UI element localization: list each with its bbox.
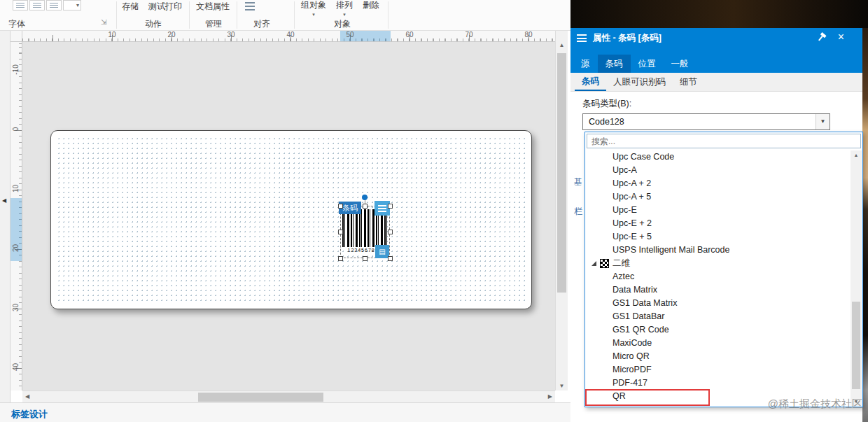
left-collapsed-panel[interactable]: ◀ bbox=[0, 31, 10, 402]
scroll-down-icon[interactable]: ▼ bbox=[556, 383, 568, 389]
toolbar-separator bbox=[116, 1, 117, 29]
scroll-up-icon[interactable]: ▲ bbox=[850, 153, 862, 157]
barcode-type-item[interactable]: PDF-417 bbox=[586, 377, 852, 390]
scrollbar-thumb[interactable] bbox=[557, 53, 566, 293]
object-data-button[interactable]: ▤ bbox=[375, 245, 389, 258]
selection-handle[interactable] bbox=[388, 204, 393, 209]
ribbon-button-排列[interactable]: 排列▾ bbox=[336, 1, 353, 19]
chevron-down-icon[interactable]: ▼ bbox=[816, 114, 830, 129]
ruler-number: 20 bbox=[167, 31, 175, 38]
grid-dots bbox=[57, 136, 526, 303]
collapse-arrow-icon[interactable]: ◀ bbox=[2, 197, 6, 204]
desktop-background-edge bbox=[862, 28, 868, 422]
ruler-number: 40 bbox=[286, 31, 294, 38]
scroll-left-icon[interactable]: ◀ bbox=[25, 393, 29, 400]
align-left-icon[interactable] bbox=[13, 0, 28, 10]
align-right-icon[interactable] bbox=[46, 0, 62, 10]
align-objects-icon[interactable] bbox=[245, 2, 255, 10]
barcode-type-item[interactable]: GS1 DataBar bbox=[586, 310, 852, 323]
panel-tab-一般[interactable]: 一般 bbox=[664, 55, 696, 73]
ruler-number: 20 bbox=[12, 242, 20, 255]
panel-header: 属性 - 条码 [条码] × bbox=[570, 28, 862, 48]
font-style-dropdown[interactable]: ▾ bbox=[63, 0, 81, 10]
scroll-right-icon[interactable]: ▶ bbox=[548, 393, 552, 400]
pin-icon[interactable] bbox=[814, 31, 828, 45]
panel-subtab-strip: 条码人眼可识别码细节 bbox=[570, 73, 862, 92]
ruler-number: 30 bbox=[227, 31, 234, 38]
selection-handle[interactable] bbox=[363, 204, 368, 209]
barcode-type-item[interactable]: MaxiCode bbox=[586, 337, 852, 350]
toolbar-separator bbox=[388, 1, 388, 29]
dialog-launcher-icon[interactable]: ⇲ bbox=[101, 18, 106, 26]
ruler-number: 80 bbox=[524, 31, 532, 38]
dropdown-scrollbar[interactable]: ▲ ▼ bbox=[850, 150, 862, 406]
barcode-type-combobox[interactable]: Code128 ▼ bbox=[582, 113, 830, 130]
ribbon-button-文档属性[interactable]: 文档属性 bbox=[196, 1, 230, 13]
ribbon-button-删除[interactable]: 删除 bbox=[363, 1, 379, 19]
barcode-type-item[interactable]: Aztec bbox=[586, 270, 852, 283]
barcode-type-group[interactable]: 二维 bbox=[586, 257, 852, 270]
barcode-type-item[interactable]: Data Matrix bbox=[586, 283, 852, 297]
panel-subtab-细节[interactable]: 细节 bbox=[673, 73, 704, 90]
rotation-handle[interactable] bbox=[362, 195, 368, 200]
ruler-number: 60 bbox=[405, 31, 413, 38]
tab-label-design[interactable]: 标签设计 bbox=[11, 408, 48, 422]
desktop-background-top bbox=[570, 0, 868, 28]
watermark: @稀土掘金技术社区 bbox=[768, 398, 862, 411]
selection-handle[interactable] bbox=[363, 256, 368, 261]
vertical-ruler: -10010203040 bbox=[10, 42, 22, 391]
barcode-type-item[interactable]: Upc-A bbox=[586, 164, 852, 177]
barcode-type-item[interactable]: GS1 Data Matrix bbox=[586, 297, 852, 310]
barcode-type-item[interactable]: GS1 QR Code bbox=[586, 323, 852, 337]
barcode-type-value: Code128 bbox=[589, 117, 624, 127]
scrollbar-thumb[interactable] bbox=[852, 302, 860, 389]
barcode-type-item[interactable]: Upc-E + 5 bbox=[586, 230, 852, 244]
close-icon[interactable]: × bbox=[838, 31, 844, 43]
barcode-type-item[interactable]: MicroPDF bbox=[586, 363, 852, 377]
canvas-horizontal-scrollbar[interactable]: ◀ ▶ bbox=[22, 391, 555, 402]
scroll-up-icon[interactable]: ▲ bbox=[556, 42, 568, 48]
qr-highlight-box bbox=[585, 389, 710, 406]
ruler-corner bbox=[10, 31, 22, 42]
ribbon-button-组对象[interactable]: 组对象▾ bbox=[301, 1, 326, 19]
panel-tab-源[interactable]: 源 bbox=[573, 55, 598, 73]
barcode-type-label: 条码类型(B): bbox=[582, 98, 631, 110]
canvas-vertical-scrollbar[interactable]: ▲ ▼ bbox=[555, 31, 568, 391]
barcode-type-item[interactable]: Upc-A + 5 bbox=[586, 190, 852, 204]
bars-icon bbox=[16, 3, 24, 8]
selection-handle[interactable] bbox=[338, 204, 343, 209]
barcode-type-item[interactable]: Micro QR bbox=[586, 350, 852, 363]
ruler-number: 70 bbox=[465, 31, 472, 38]
panel-menu-icon[interactable] bbox=[577, 34, 587, 42]
app-window: ▾ 字体 ⇲ 存储测试打印 动作 文档属性 管理 对齐 组对象▾排列▾删除 对象… bbox=[0, 0, 868, 422]
barcode-type-item[interactable]: Upc-E bbox=[586, 204, 852, 217]
search-input[interactable] bbox=[587, 134, 861, 148]
barcode-type-item[interactable]: Upc-E + 2 bbox=[586, 217, 852, 230]
label-sheet[interactable] bbox=[50, 130, 532, 309]
barcode-type-item[interactable]: Upc-A + 2 bbox=[586, 177, 852, 190]
scrollbar-thumb[interactable] bbox=[198, 393, 323, 402]
group-label: 二维 bbox=[612, 257, 630, 270]
chevron-down-icon: ▾ bbox=[312, 10, 315, 19]
ribbon-button-测试打印[interactable]: 测试打印 bbox=[148, 1, 182, 13]
align-center-icon[interactable] bbox=[29, 0, 45, 10]
design-canvas[interactable]: 1234567890 条码 ▤ bbox=[22, 42, 555, 391]
selection-handle[interactable] bbox=[388, 256, 393, 261]
ruler-number: -10 bbox=[12, 64, 20, 76]
barcode-type-list: Upc Case CodeUpc-AUpc-A + 2Upc-A + 5Upc-… bbox=[586, 150, 852, 403]
selection-handle[interactable] bbox=[338, 230, 343, 234]
panel-subtab-条码[interactable]: 条码 bbox=[575, 73, 606, 91]
panel-tab-条码[interactable]: 条码 bbox=[598, 55, 631, 73]
toolbar-separator bbox=[189, 1, 190, 29]
tree-expand-icon[interactable] bbox=[592, 261, 596, 266]
barcode-type-item[interactable]: USPS Intelligent Mail Barcode bbox=[586, 244, 852, 257]
qr-group-icon bbox=[600, 259, 609, 268]
barcode-type-item[interactable]: Upc Case Code bbox=[586, 150, 852, 164]
selection-handle[interactable] bbox=[388, 230, 393, 234]
selection-handle[interactable] bbox=[338, 256, 343, 261]
ribbon-toolbar: ▾ 字体 ⇲ 存储测试打印 动作 文档属性 管理 对齐 组对象▾排列▾删除 对象 bbox=[0, 0, 570, 31]
panel-subtab-人眼可识别码[interactable]: 人眼可识别码 bbox=[606, 73, 673, 90]
panel-tab-位置[interactable]: 位置 bbox=[631, 55, 664, 73]
horizontal-ruler: 1020304050607080 bbox=[22, 31, 555, 42]
ribbon-button-存储[interactable]: 存储 bbox=[122, 1, 139, 13]
